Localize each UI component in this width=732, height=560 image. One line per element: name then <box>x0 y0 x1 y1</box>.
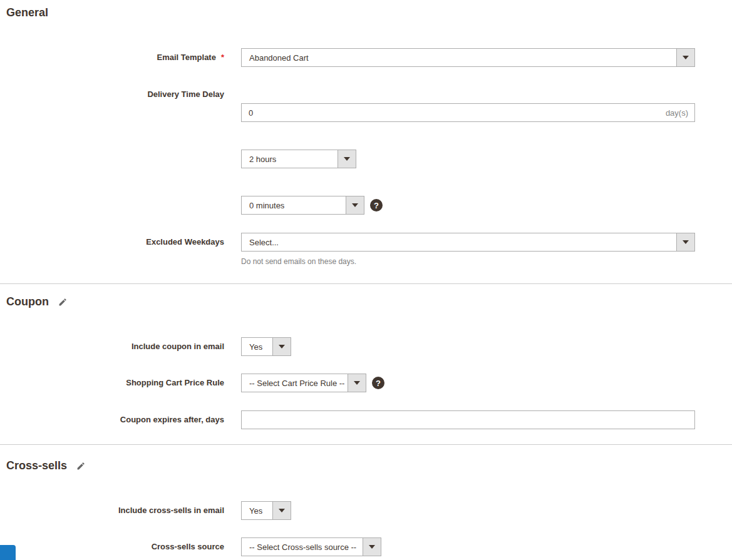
chevron-down-icon <box>369 545 375 549</box>
dropdown-arrow-button[interactable] <box>346 196 364 214</box>
dropdown-arrow-button[interactable] <box>348 374 366 392</box>
dropdown-arrow-button[interactable] <box>676 49 694 66</box>
delay-minutes-selected-value: 0 minutes <box>242 196 346 214</box>
cart-price-rule-select[interactable]: -- Select Cart Price Rule -- <box>241 374 366 392</box>
cart-price-rule-selected-value: -- Select Cart Price Rule -- <box>242 374 348 392</box>
field-row-cross-sells-source: Cross-sells source -- Select Cross-sells… <box>0 537 732 556</box>
delay-hours-select[interactable]: 2 hours <box>241 150 356 168</box>
dropdown-arrow-button[interactable] <box>272 338 291 355</box>
chevron-down-icon <box>279 345 285 349</box>
dropdown-arrow-button[interactable] <box>338 150 356 168</box>
chevron-down-icon <box>683 56 689 59</box>
section-divider <box>0 444 732 445</box>
dropdown-arrow-button[interactable] <box>272 502 291 519</box>
section-title-coupon: Coupon <box>0 295 732 308</box>
include-coupon-selected-value: Yes <box>242 338 272 355</box>
chevron-down-icon <box>279 509 285 512</box>
delay-minutes-select[interactable]: 0 minutes <box>241 196 364 215</box>
include-cross-sells-selected-value: Yes <box>242 502 272 519</box>
chevron-down-icon <box>344 157 350 161</box>
field-row-excluded-weekdays: Excluded Weekdays Select... Do not send … <box>0 233 732 266</box>
section-divider <box>0 283 732 284</box>
excluded-weekdays-note: Do not send emails on these days. <box>241 257 695 266</box>
chevron-down-icon <box>683 240 689 244</box>
section-title-general: General <box>0 6 732 19</box>
help-icon[interactable]: ? <box>372 377 384 389</box>
excluded-weekdays-selected-value: Select... <box>242 233 676 251</box>
include-cross-sells-select[interactable]: Yes <box>241 501 291 520</box>
delay-hours-selected-value: 2 hours <box>242 150 338 168</box>
cross-sells-source-selected-value: -- Select Cross-sells source -- <box>242 538 363 556</box>
bottom-left-accent-tab[interactable] <box>0 545 16 560</box>
include-coupon-select[interactable]: Yes <box>241 337 291 356</box>
coupon-expires-input[interactable] <box>242 411 694 429</box>
section-title-cross-sells-text: Cross-sells <box>6 459 67 472</box>
chevron-down-icon <box>352 203 358 207</box>
coupon-expires-field <box>241 410 695 429</box>
excluded-weekdays-select[interactable]: Select... <box>241 233 695 252</box>
coupon-expires-label: Coupon expires after, days <box>0 415 224 425</box>
section-title-general-text: General <box>6 6 48 19</box>
required-asterisk: * <box>221 53 224 62</box>
field-row-coupon-expires: Coupon expires after, days <box>0 410 732 429</box>
field-row-cart-price-rule: Shopping Cart Price Rule -- Select Cart … <box>0 374 732 392</box>
cart-price-rule-label: Shopping Cart Price Rule <box>0 378 224 388</box>
include-coupon-label: Include coupon in email <box>0 342 224 352</box>
dropdown-arrow-button[interactable] <box>363 538 381 556</box>
settings-form-page: General Email Template* Abandoned Cart D… <box>0 0 732 560</box>
delay-days-input[interactable] <box>242 104 666 121</box>
delay-days-field: day(s) <box>241 103 695 122</box>
section-title-coupon-text: Coupon <box>6 295 49 308</box>
field-row-delivery-time-delay: Delivery Time Delay day(s) 2 hours 0 min… <box>0 89 732 215</box>
section-title-cross-sells: Cross-sells <box>0 459 732 472</box>
delay-days-suffix: day(s) <box>666 108 694 118</box>
field-row-include-coupon: Include coupon in email Yes <box>0 337 732 356</box>
chevron-down-icon <box>354 381 360 385</box>
email-template-selected-value: Abandoned Cart <box>242 49 676 66</box>
dropdown-arrow-button[interactable] <box>676 233 694 251</box>
help-icon[interactable]: ? <box>370 199 383 211</box>
delivery-time-delay-label: Delivery Time Delay <box>0 89 224 99</box>
cross-sells-source-select[interactable]: -- Select Cross-sells source -- <box>241 537 381 556</box>
field-row-email-template: Email Template* Abandoned Cart <box>0 48 732 67</box>
edit-icon[interactable] <box>76 461 86 471</box>
field-row-include-cross-sells: Include cross-sells in email Yes <box>0 501 732 520</box>
cross-sells-source-label: Cross-sells source <box>0 542 224 552</box>
email-template-select[interactable]: Abandoned Cart <box>241 48 695 67</box>
edit-icon[interactable] <box>58 297 68 307</box>
email-template-label: Email Template* <box>0 53 224 63</box>
excluded-weekdays-label: Excluded Weekdays <box>0 233 224 252</box>
include-cross-sells-label: Include cross-sells in email <box>0 506 224 516</box>
